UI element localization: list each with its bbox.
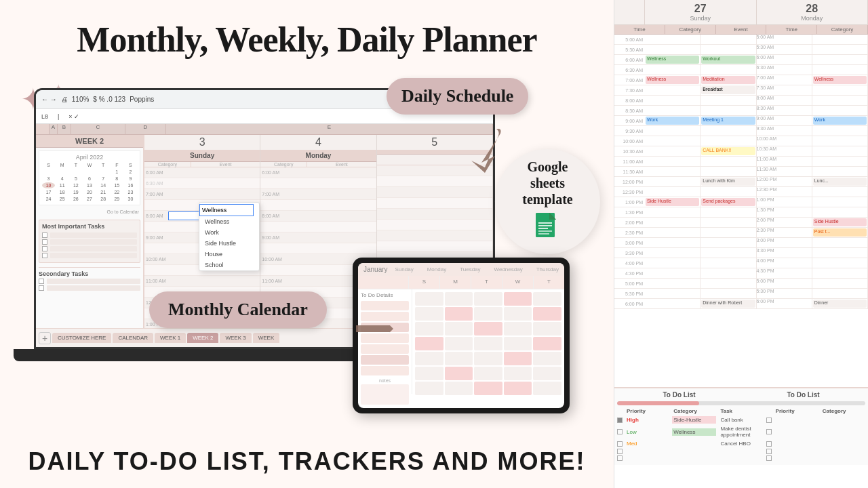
rp-todo-checkbox-r4[interactable] xyxy=(766,449,772,454)
col-a: A xyxy=(50,124,58,134)
tablet-col-tue: T xyxy=(471,276,502,289)
d5-930 xyxy=(377,241,492,252)
rp-event-sidehustle-100: Side Hustle xyxy=(646,198,699,206)
rp-cell-d1-cat-230 xyxy=(645,228,701,237)
sec-task-checkbox-2[interactable] xyxy=(39,285,44,291)
tablet-cal-row-6 xyxy=(415,367,561,380)
col-c: C xyxy=(71,124,125,134)
rp-cell-d1-cat-400 xyxy=(645,258,701,268)
rp-todo-checkbox-r3[interactable] xyxy=(766,441,772,447)
dropdown-input[interactable] xyxy=(199,204,254,216)
rp-time-830: 8:30 AM xyxy=(614,108,645,113)
task-row-3 xyxy=(42,246,137,251)
rp-event-d2-work-900: Work xyxy=(813,117,867,125)
rp-todo-checkbox-r2[interactable] xyxy=(766,429,772,434)
rp-cell-d2-cat-700: Wellness xyxy=(812,75,868,85)
rp-todo-task-2: Make dentist appointment xyxy=(719,425,763,439)
dropdown-item-side-hustle[interactable]: Side Hustle xyxy=(199,238,259,249)
rp-todo-priority-4 xyxy=(625,451,669,452)
sec-task-checkbox-1[interactable] xyxy=(39,279,44,284)
cal-day: 19 xyxy=(69,189,82,195)
time-700: 7:00 AM xyxy=(146,192,163,197)
rp-row-530pm: 5:30 PM 5:30 PM xyxy=(614,289,868,299)
toolbar-arrows: ← → xyxy=(41,96,57,103)
tablet-cell xyxy=(474,292,502,306)
task-text-2 xyxy=(50,239,137,245)
rp-cell-d2-cat-430 xyxy=(812,268,868,278)
tab-week2[interactable]: WEEK 2 xyxy=(187,333,218,343)
dropdown-item-school[interactable]: School xyxy=(199,260,259,270)
rp-cell-d1-cat-100: Side Hustle xyxy=(645,197,701,207)
rp-todo-category-2: Wellness xyxy=(672,428,716,436)
cal-day xyxy=(56,169,68,175)
rp-todo-task-5 xyxy=(719,458,763,459)
rp-cell-d2-time-1000: 10:00 AM xyxy=(757,136,812,146)
rp-cell-d2-time-800: 8:00 AM xyxy=(757,96,812,105)
rp-todo-checkbox-r1[interactable] xyxy=(766,418,772,423)
rp-todo-checkbox-4[interactable] xyxy=(617,449,623,454)
task-checkbox-3[interactable] xyxy=(42,246,47,251)
daily-schedule-arrow xyxy=(461,125,509,182)
rp-todo-checkbox-3[interactable] xyxy=(617,441,623,447)
rp-cell-d1-event-600pm: Dinner with Robert xyxy=(701,299,756,308)
rp-todo-checkbox-r5[interactable] xyxy=(766,455,772,461)
dropdown-item-work[interactable]: Work xyxy=(199,227,259,238)
task-checkbox-4[interactable] xyxy=(42,253,47,258)
tasks-panel: WEEK 2 April 2022 S M T W T F S xyxy=(36,135,144,344)
dropdown-item-house[interactable]: House xyxy=(199,249,259,260)
tab-week-more[interactable]: WEEK xyxy=(253,333,280,343)
go-to-calendar-link[interactable]: Go to Calendar xyxy=(36,208,143,216)
mini-cal-grid: S M T W T F S xyxy=(42,162,137,202)
sunday-header: Sunday xyxy=(144,150,260,162)
task-checkbox-2[interactable] xyxy=(42,239,47,245)
task-checkbox-1[interactable] xyxy=(42,232,47,238)
rp-cell-d2-cat-730 xyxy=(812,85,868,95)
tablet-tab-monday[interactable]: Monday xyxy=(427,266,446,272)
cal-day: 17 xyxy=(42,189,55,195)
tab-week3[interactable]: WEEK 3 xyxy=(220,333,251,343)
cal-day: 15 xyxy=(111,182,123,188)
rp-todo-category-4 xyxy=(672,451,716,452)
tablet-tab-sunday[interactable]: Sunday xyxy=(395,266,414,272)
secondary-tasks-label: Secondary Tasks xyxy=(39,267,140,277)
tab-customize[interactable]: CUSTOMIZE HERE xyxy=(52,333,111,343)
rp-time-600: 6:00 AM xyxy=(614,58,645,62)
tablet-cell xyxy=(445,382,473,395)
rp-cell-d2-cat-1030 xyxy=(812,146,868,156)
cal-day: 22 xyxy=(111,189,123,195)
day-num-4: 4 xyxy=(260,135,376,150)
tab-calendar[interactable]: CALENDAR xyxy=(113,333,153,343)
tablet-tab-wednesday[interactable]: Wednesday xyxy=(494,266,523,272)
rp-cell-d2-time-430: 4:30 PM xyxy=(757,268,812,278)
rp-cell-d1-event-330 xyxy=(701,248,756,258)
rp-todo-checkbox-5[interactable] xyxy=(617,455,623,461)
tab-week1[interactable]: WEEK 1 xyxy=(155,333,186,343)
dropdown-item-wellness[interactable]: Wellness xyxy=(199,216,259,227)
rp-cell-d1-event-200 xyxy=(701,218,756,227)
rp-cell-d1-event-100: Send packages xyxy=(701,197,756,207)
rp-event-d2-dinner: Dinner xyxy=(813,300,867,308)
cal-day: 25 xyxy=(56,196,68,202)
rp-row-1030: 10:30 AM CALL BANK!! 10:30 AM xyxy=(614,146,868,157)
rp-todo-item-2: Low Wellness Make dentist appointment xyxy=(617,425,865,439)
category-dropdown[interactable]: Wellness Work Side Hustle House School xyxy=(199,202,260,271)
cal-day: 18 xyxy=(56,189,68,195)
tablet-cell xyxy=(533,352,561,365)
rp-cell-d1-event-1100 xyxy=(701,157,756,166)
rp-todo-checkbox-2[interactable] xyxy=(617,429,623,434)
tablet-cell xyxy=(504,307,532,321)
add-tab-button[interactable]: + xyxy=(39,332,51,344)
rp-row-400: 4:00 PM 4:00 PM xyxy=(614,258,868,268)
week-header: WEEK 2 xyxy=(36,135,143,148)
tablet-tab-tuesday[interactable]: Tuesday xyxy=(460,266,480,272)
tablet-tab-thursday[interactable]: Thursday xyxy=(536,266,559,272)
rp-event-workout: Workout xyxy=(701,56,755,64)
tablet-cell xyxy=(504,337,532,350)
rp-cell-d2-cat-930 xyxy=(812,126,868,136)
rp-row-330: 3:30 PM 3:30 PM xyxy=(614,248,868,258)
mon-time-930 xyxy=(260,243,376,254)
rp-todo-category-3 xyxy=(672,443,716,445)
rp-todo-checkbox-1[interactable] xyxy=(617,418,623,423)
cal-day: 23 xyxy=(124,189,137,195)
rp-cell-d1-cat-130 xyxy=(645,207,701,217)
